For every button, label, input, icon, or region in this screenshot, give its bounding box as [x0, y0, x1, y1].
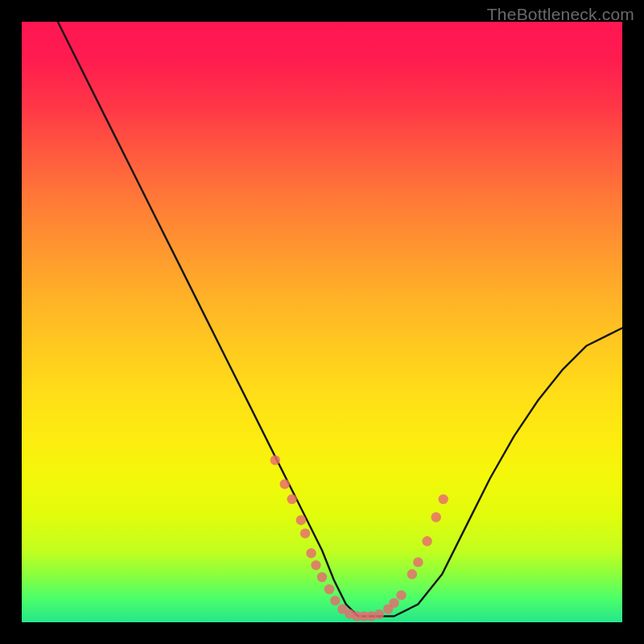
model-dot [330, 596, 340, 605]
model-dot [306, 548, 316, 558]
model-dot [300, 528, 310, 538]
model-dots-group [270, 455, 448, 621]
model-dot [317, 572, 327, 582]
chart-plot-area [22, 22, 622, 622]
chart-svg [22, 22, 622, 622]
watermark-text: TheBottleneck.com [487, 5, 634, 24]
model-dot [311, 560, 320, 570]
bottleneck-curve [58, 22, 622, 617]
model-dot [296, 515, 306, 525]
model-dot [413, 557, 423, 567]
model-dot [389, 598, 398, 608]
model-dot [374, 609, 384, 619]
model-dot [287, 494, 297, 504]
model-dot [407, 569, 417, 579]
model-dot [439, 494, 448, 504]
model-dot [280, 479, 290, 489]
model-dot [270, 455, 280, 464]
model-dot [422, 536, 431, 546]
model-dot [431, 512, 441, 522]
model-dot [396, 590, 406, 600]
model-dot [324, 584, 334, 594]
